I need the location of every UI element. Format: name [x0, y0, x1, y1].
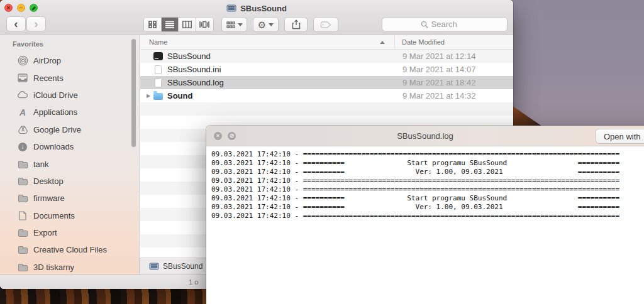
- folder-icon: [16, 227, 29, 239]
- finder-sidebar: Favorites AirDrop Recents iCloud Drive A…: [0, 35, 140, 274]
- sidebar-item-firmware[interactable]: firmware: [0, 190, 139, 207]
- log-line: 09.03.2021 17:42:10 - ==================…: [211, 185, 644, 194]
- path-item[interactable]: SBusSound: [163, 262, 203, 271]
- sidebar-item-airdrop[interactable]: AirDrop: [0, 52, 139, 69]
- search-icon: [421, 21, 428, 28]
- google-drive-icon: [16, 124, 29, 135]
- column-header-name[interactable]: Name: [149, 38, 167, 46]
- log-line: 09.03.2021 17:42:10 - ==================…: [211, 212, 644, 220]
- quicklook-window: × ⊘ SBusSound.log Open with 09.03.2021 1…: [206, 126, 644, 304]
- gallery-view-button[interactable]: [196, 18, 213, 31]
- sidebar-item-tank[interactable]: tank: [0, 155, 139, 172]
- file-name: SBusSound.ini: [167, 65, 221, 74]
- file-date: 9 Mar 2021 at 14:07: [402, 65, 475, 74]
- search-field[interactable]: [382, 17, 508, 31]
- sidebar-item-desktop[interactable]: Desktop: [0, 173, 139, 190]
- file-date: 9 Mar 2021 at 14:32: [402, 91, 475, 100]
- sidebar-item-label: Desktop: [33, 176, 64, 186]
- list-view-button[interactable]: [162, 18, 179, 31]
- table-row[interactable]: ▶ Sound 9 Mar 2021 at 14:32: [140, 89, 513, 102]
- computer-icon: [226, 4, 236, 12]
- disclosure-triangle-icon[interactable]: ▶: [144, 93, 153, 99]
- folder-icon: [16, 193, 29, 204]
- table-row-selected[interactable]: SBusSound.log 9 Mar 2021 at 18:42: [140, 76, 513, 89]
- log-preview: 09.03.2021 17:42:10 - ==================…: [206, 147, 644, 304]
- finder-titlebar: SBusSound × − ‹ › ⚙: [0, 0, 513, 35]
- forward-button[interactable]: ›: [26, 16, 46, 31]
- sidebar-item-label: Creative Cloud Files: [33, 245, 107, 254]
- log-line: 09.03.2021 17:42:10 - ========== Ver: 1.…: [211, 168, 644, 176]
- downloads-icon: ↓: [16, 141, 29, 153]
- search-input[interactable]: [431, 19, 469, 29]
- column-divider[interactable]: [394, 35, 395, 50]
- applications-icon: A: [16, 107, 29, 118]
- sidebar-item-export[interactable]: Export: [0, 224, 139, 241]
- blue-folder-icon: [153, 91, 164, 101]
- log-line: 09.03.2021 17:42:10 - ========== Start p…: [211, 194, 644, 203]
- sidebar-item-label: Downloads: [33, 142, 74, 151]
- sidebar-item-recents[interactable]: Recents: [0, 69, 139, 86]
- share-icon: [292, 19, 301, 30]
- table-row[interactable]: SBusSound 9 Mar 2021 at 12:14: [140, 50, 513, 63]
- chevron-down-icon: [238, 23, 243, 26]
- group-button[interactable]: [221, 17, 247, 32]
- airdrop-icon: [16, 55, 29, 67]
- list-header: Name Date Modified: [140, 35, 513, 50]
- sidebar-item-label: tank: [33, 160, 49, 169]
- tag-icon: [320, 21, 331, 28]
- sidebar-scrollbar[interactable]: [131, 39, 136, 147]
- cloud-icon: [16, 89, 29, 100]
- document-icon: [153, 65, 164, 75]
- sidebar-item-google-drive[interactable]: Google Drive: [0, 121, 139, 138]
- sidebar-item-label: Documents: [33, 211, 75, 220]
- share-button[interactable]: [284, 17, 308, 32]
- quicklook-title: SBusSound.log: [206, 131, 644, 141]
- close-button[interactable]: ×: [4, 4, 13, 12]
- gear-icon: ⚙: [258, 20, 266, 30]
- folder-icon: [16, 244, 29, 256]
- zoom-button[interactable]: [30, 4, 38, 12]
- column-header-date-modified[interactable]: Date Modified: [402, 38, 445, 46]
- sidebar-item-downloads[interactable]: ↓ Downloads: [0, 138, 139, 155]
- back-button[interactable]: ‹: [6, 16, 26, 31]
- app-icon: [153, 52, 164, 62]
- quicklook-titlebar: × ⊘ SBusSound.log Open with: [206, 126, 644, 146]
- sidebar-item-label: Applications: [33, 107, 77, 117]
- folder-icon: [16, 261, 29, 273]
- window-title-area: SBusSound: [0, 3, 513, 14]
- document-icon: [153, 78, 164, 88]
- column-view-button[interactable]: [179, 18, 196, 31]
- sidebar-item-creative-cloud-files[interactable]: Creative Cloud Files: [0, 241, 139, 258]
- log-line: 09.03.2021 17:42:10 - ==================…: [211, 150, 644, 159]
- sidebar-item-applications[interactable]: A Applications: [0, 104, 139, 121]
- file-date: 9 Mar 2021 at 18:42: [402, 78, 475, 87]
- sidebar-item-label: AirDrop: [33, 56, 61, 65]
- log-line: 09.03.2021 17:42:10 - ========== Ver: 1.…: [211, 203, 644, 212]
- minimize-button[interactable]: −: [17, 4, 25, 12]
- sidebar-item-label: 3D tiskarny: [33, 263, 74, 272]
- status-text: 1 o: [189, 278, 198, 286]
- sidebar-item-documents[interactable]: Documents: [0, 207, 139, 224]
- file-name: SBusSound: [167, 52, 211, 61]
- action-button[interactable]: ⚙: [253, 17, 279, 32]
- view-switcher: [143, 17, 214, 32]
- window-title: SBusSound: [240, 4, 287, 13]
- sidebar-item-label: iCloud Drive: [33, 90, 78, 100]
- open-with-button[interactable]: Open with: [596, 129, 644, 144]
- documents-icon: [16, 210, 29, 221]
- tag-button[interactable]: [313, 17, 338, 32]
- sidebar-item-icloud-drive[interactable]: iCloud Drive: [0, 87, 139, 104]
- sidebar-item-label: Recents: [33, 73, 64, 83]
- table-row[interactable]: SBusSound.ini 9 Mar 2021 at 14:07: [140, 63, 513, 76]
- file-date: 9 Mar 2021 at 12:14: [402, 52, 475, 61]
- log-line: 09.03.2021 17:42:10 - ==================…: [211, 176, 644, 185]
- recents-icon: [16, 72, 29, 84]
- icon-view-button[interactable]: [144, 18, 162, 31]
- sidebar-item-3d-tiskarny[interactable]: 3D tiskarny: [0, 259, 139, 276]
- group-icon: [226, 21, 235, 28]
- sidebar-item-label: Export: [33, 228, 57, 237]
- desktop-folder-icon: [16, 175, 29, 187]
- desktop-wallpaper-sky: [497, 0, 644, 133]
- sidebar-item-label: firmware: [33, 193, 65, 203]
- folder-icon: [16, 158, 29, 170]
